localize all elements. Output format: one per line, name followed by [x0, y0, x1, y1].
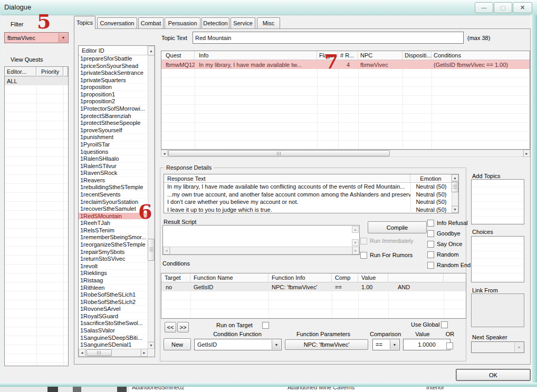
- editor-id-item[interactable]: 1protectSBarenziah: [79, 113, 148, 120]
- editor-id-item[interactable]: 1privateSbackSentrance: [79, 70, 148, 77]
- view-quests-column-editor[interactable]: Editor...: [5, 67, 36, 76]
- response-row[interactable]: I don't care whether you believe my acco…: [164, 198, 452, 206]
- quest-row[interactable]: fbmwMQ12 In my library, I have made avai…: [161, 60, 530, 69]
- tab-persuasion[interactable]: Persuasion: [165, 17, 200, 28]
- run-for-rumors-checkbox[interactable]: [360, 252, 367, 259]
- conditions-column-logic[interactable]: [388, 273, 444, 282]
- editor-id-item[interactable]: 1rememberSbeingSmor...: [79, 234, 148, 241]
- run-on-target-checkbox[interactable]: [262, 322, 269, 329]
- close-button[interactable]: ✕: [513, 2, 532, 13]
- tab-conversation[interactable]: Conversation: [97, 17, 137, 28]
- compile-button[interactable]: Compile: [368, 221, 427, 233]
- ok-button[interactable]: OK: [456, 369, 531, 381]
- comparison-dropdown-icon[interactable]: ▼: [390, 340, 399, 349]
- editor-id-item[interactable]: 1RalenSTilvur: [79, 163, 148, 170]
- response-column-text[interactable]: Response Text: [164, 174, 410, 183]
- editor-id-item[interactable]: 1ReehTJah: [79, 220, 148, 227]
- editor-id-item[interactable]: 1ProtectorSofSMorrowi...: [79, 105, 148, 113]
- quest-column-responses[interactable]: # R...: [338, 51, 358, 60]
- editor-id-item[interactable]: 1Ristaag: [79, 277, 148, 285]
- minimize-button[interactable]: —: [475, 2, 493, 13]
- editor-id-item[interactable]: 1RobeSofStheSLich1: [79, 291, 148, 299]
- editor-list-scroll-right-icon[interactable]: ►: [141, 349, 148, 357]
- editor-id-item[interactable]: 1Rithleen: [79, 285, 148, 292]
- quest-column-disposition[interactable]: Dispositi...: [402, 51, 431, 60]
- conditions-column-value[interactable]: Value: [358, 273, 388, 282]
- editor-id-item[interactable]: 1SanguineSDeepSBiti...: [79, 335, 148, 342]
- editor-id-item[interactable]: 1repairSmySbots: [79, 249, 148, 256]
- response-scroll-up-icon[interactable]: ▲: [452, 174, 458, 181]
- editor-list-vscroll-thumb[interactable]: [148, 239, 155, 261]
- tab-service[interactable]: Service: [231, 17, 255, 28]
- or-checkbox[interactable]: [446, 342, 453, 349]
- editor-id-item[interactable]: 1privateSquarters: [79, 77, 148, 84]
- editor-id-item[interactable]: 1proposition1: [79, 91, 148, 99]
- editor-id-item[interactable]: 1RelsSTenim: [79, 227, 148, 234]
- editor-id-item[interactable]: 1sacrificeStoStheSwol...: [79, 320, 148, 327]
- condition-next-button[interactable]: >>: [177, 322, 189, 332]
- run-immediately-checkbox[interactable]: [360, 238, 367, 244]
- editor-list-scroll-left-icon[interactable]: ◄: [79, 349, 85, 357]
- maximize-button[interactable]: ▢: [494, 2, 512, 13]
- tab-topics[interactable]: Topics: [74, 16, 95, 29]
- topic-text-input[interactable]: Red Mountain: [193, 32, 464, 44]
- new-condition-button[interactable]: New: [164, 338, 191, 350]
- quest-column-npc[interactable]: NPC: [358, 51, 402, 60]
- next-speaker-combobox[interactable]: ▼: [471, 341, 524, 353]
- filter-combobox[interactable]: fbmwVivec ▼: [4, 32, 69, 43]
- info-refusal-checkbox[interactable]: [427, 220, 434, 227]
- editor-list-hscroll-thumb[interactable]: [87, 349, 112, 356]
- conditions-column-function-name[interactable]: Function Name: [190, 273, 268, 282]
- random-checkbox[interactable]: [427, 251, 434, 258]
- editor-id-item[interactable]: 1questions: [79, 149, 148, 156]
- editor-id-item[interactable]: 1recoverStheSamulet: [79, 205, 148, 213]
- editor-id-item[interactable]: 1recentSevents: [79, 191, 148, 199]
- editor-id-item[interactable]: 1RovoneSArvel: [79, 306, 148, 313]
- condition-prev-button[interactable]: <<: [165, 322, 176, 332]
- quest-scroll-left-icon[interactable]: ◄: [161, 150, 168, 157]
- condition-row[interactable]: no GetIsID NPC: 'fbmwVivec' == 1.00 AND: [161, 282, 466, 291]
- quest-column-info[interactable]: Info: [195, 51, 317, 60]
- filter-dropdown-icon[interactable]: ▼: [59, 33, 68, 42]
- editor-id-item[interactable]: 1revolt: [79, 263, 148, 270]
- say-once-checkbox[interactable]: [427, 241, 434, 248]
- script-scroll-up-icon[interactable]: ▲: [352, 226, 359, 233]
- editor-id-item[interactable]: 1prepareSforSbattle: [79, 55, 148, 63]
- script-scroll-left-icon[interactable]: ◄: [163, 247, 170, 254]
- editor-id-item[interactable]: 1proposition: [79, 84, 148, 91]
- response-row[interactable]: I leave it up to you to judge which is t…: [164, 206, 452, 213]
- quest-scroll-right-icon[interactable]: ►: [523, 150, 530, 157]
- editor-id-item[interactable]: 1RedSMountain: [79, 213, 148, 220]
- editor-id-item[interactable]: 1protectStheseSpeople: [79, 120, 148, 127]
- editor-id-item[interactable]: 1proveSyourself: [79, 127, 148, 134]
- script-scroll-down-icon[interactable]: ▼: [352, 239, 359, 246]
- condition-function-combobox[interactable]: GetIsID ▼: [194, 339, 282, 350]
- editor-id-item[interactable]: 1SalasSValor: [79, 327, 148, 335]
- conditions-column-function-info[interactable]: Function Info: [268, 273, 332, 282]
- editor-list-scroll-up-icon[interactable]: ▲: [148, 46, 155, 55]
- editor-id-item[interactable]: 1RavenSRock: [79, 170, 148, 177]
- editor-id-item[interactable]: 1SanguineSDenial1: [79, 341, 148, 349]
- editor-list-scroll-down-icon[interactable]: ▼: [148, 342, 155, 349]
- add-topics-list[interactable]: [471, 179, 524, 224]
- editor-id-column-header[interactable]: Editor ID: [79, 46, 148, 55]
- use-global-checkbox[interactable]: [441, 321, 448, 328]
- editor-id-item[interactable]: 1Reavers: [79, 177, 148, 184]
- editor-id-item[interactable]: 1Rieklings: [79, 270, 148, 277]
- editor-id-item[interactable]: 1RalenSHlaalo: [79, 155, 148, 163]
- goodbye-checkbox[interactable]: [427, 230, 434, 237]
- editor-id-item[interactable]: 1reorganizeStheSTemple: [79, 241, 148, 249]
- response-vscroll-thumb[interactable]: [452, 182, 458, 192]
- tab-detection[interactable]: Detection: [202, 17, 229, 28]
- view-quests-column-priority[interactable]: Priority: [37, 67, 63, 76]
- editor-id-item[interactable]: 1returnStoSVivec: [79, 256, 148, 263]
- tab-misc[interactable]: Misc: [257, 17, 280, 28]
- response-row[interactable]: In my library, I have made available two…: [164, 183, 452, 191]
- function-parameters-button[interactable]: NPC: 'fbmwVivec': [285, 339, 368, 350]
- response-column-emotion[interactable]: Emotion: [410, 174, 452, 183]
- result-script-input[interactable]: ▲ ▼ ◄ ►: [162, 225, 360, 255]
- link-from-list[interactable]: [471, 293, 524, 327]
- response-row[interactable]: ...my own true account, and another fals…: [164, 191, 452, 199]
- choices-list[interactable]: [471, 236, 524, 282]
- editor-id-item[interactable]: 1proposition2: [79, 98, 148, 105]
